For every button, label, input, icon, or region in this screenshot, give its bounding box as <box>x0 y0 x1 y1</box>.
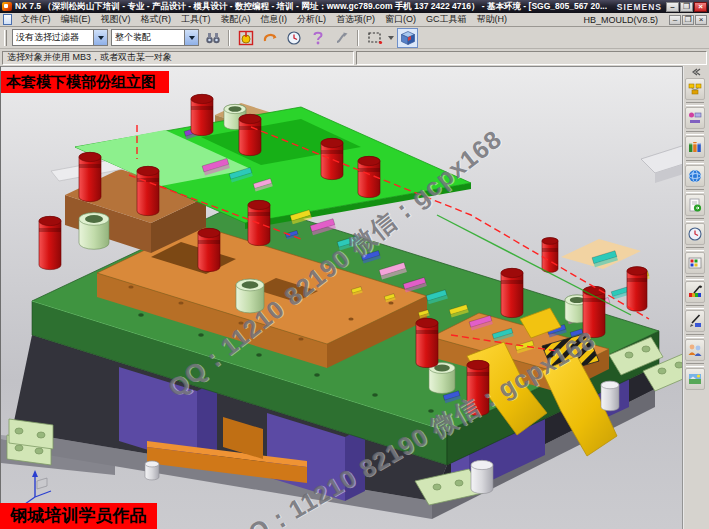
menu-item-1[interactable]: 文件(F) <box>16 12 56 27</box>
prompt-message: 选择对象并使用 MB3，或者双击某一对象 <box>2 51 354 65</box>
history-tab[interactable] <box>685 223 705 245</box>
selection-toolbar: 没有选择过滤器 整个装配 <box>0 27 709 49</box>
menu-item-9[interactable]: 首选项(P) <box>331 12 380 27</box>
scene-background-tab[interactable] <box>685 368 705 390</box>
assembly-navigator-tab[interactable] <box>685 78 705 100</box>
menu-item-8[interactable]: 分析(L) <box>292 12 331 27</box>
history-clock-icon[interactable] <box>283 28 304 48</box>
selection-filter-value: 没有选择过滤器 <box>16 31 93 44</box>
part-navigator-tab[interactable] <box>685 136 705 158</box>
nx-application-window: NX 7.5 （深圳松岗山下培训 - 专业 - 产品设计 - 模具设计 - 数控… <box>0 0 709 529</box>
find-icon[interactable] <box>202 28 223 48</box>
snap-point-icon[interactable] <box>235 28 256 48</box>
selection-scope-value: 整个装配 <box>115 31 184 44</box>
toolbar-grip[interactable] <box>4 30 7 46</box>
undo-icon[interactable] <box>259 28 280 48</box>
mold-assembly-model[interactable] <box>1 67 682 529</box>
graphics-viewport[interactable]: 本套模下模部份组立图 QQ：11210 82190 微信：gcpx168 QQ：… <box>0 66 682 529</box>
menu-item-10[interactable]: 窗口(O) <box>380 12 421 27</box>
palettes-tab[interactable] <box>685 252 705 274</box>
window-maximize-button[interactable]: ❐ <box>680 2 693 12</box>
nx-logo-icon <box>2 2 12 11</box>
menu-item-hb-mould[interactable]: HB_MOULD(V8.5) <box>578 14 663 26</box>
resource-bar <box>682 66 705 529</box>
roles-tab[interactable] <box>685 339 705 361</box>
mdi-minimize-button[interactable]: – <box>669 15 681 25</box>
training-credit-banner: 钢城培训学员作品 <box>0 503 157 529</box>
chevron-down-icon[interactable] <box>388 36 394 40</box>
visualization-tab[interactable] <box>685 310 705 332</box>
rectangle-select-icon[interactable] <box>364 28 385 48</box>
mdi-restore-button[interactable]: ❐ <box>682 15 694 25</box>
assembly-title-banner: 本套模下模部份组立图 <box>1 71 169 93</box>
menu-item-4[interactable]: 格式(R) <box>136 12 177 27</box>
menu-bar-items: 文件(F)编辑(E)视图(V)格式(R)工具(T)装配(A)信息(I)分析(L)… <box>16 12 512 27</box>
help-arrow-icon[interactable] <box>307 28 328 48</box>
chevron-down-icon[interactable] <box>184 30 198 45</box>
menu-item-6[interactable]: 装配(A) <box>216 12 256 27</box>
prompt-bar: 选择对象并使用 MB3，或者双击某一对象 <box>0 49 709 66</box>
window-close-button[interactable]: × <box>694 2 707 12</box>
materials-tab[interactable] <box>685 281 705 303</box>
menu-item-12[interactable]: 帮助(H) <box>472 12 513 27</box>
mdi-close-button[interactable]: × <box>695 15 707 25</box>
siemens-brand: SIEMENS <box>617 2 662 12</box>
menu-item-7[interactable]: 信息(I) <box>256 12 293 27</box>
wcs-triad[interactable] <box>25 470 51 504</box>
status-cell <box>356 51 708 65</box>
menu-bar: 文件(F)编辑(E)视图(V)格式(R)工具(T)装配(A)信息(I)分析(L)… <box>0 13 709 27</box>
knowledge-fusion-tab[interactable] <box>685 194 705 216</box>
collapse-chevron-icon[interactable] <box>686 67 704 77</box>
selection-filter-combo[interactable]: 没有选择过滤器 <box>12 29 108 46</box>
selection-scope-combo[interactable]: 整个装配 <box>111 29 199 46</box>
motion-arrow-icon[interactable] <box>331 28 352 48</box>
menu-item-5[interactable]: 工具(T) <box>176 12 216 27</box>
menu-item-3[interactable]: 视图(V) <box>96 12 136 27</box>
menu-item-2[interactable]: 编辑(E) <box>56 12 96 27</box>
chevron-down-icon[interactable] <box>93 30 107 45</box>
internet-browser-tab[interactable] <box>685 165 705 187</box>
window-minimize-button[interactable]: – <box>666 2 679 12</box>
constraint-navigator-tab[interactable] <box>685 107 705 129</box>
menu-item-11[interactable]: GC工具箱 <box>421 12 472 27</box>
part-file-icon <box>3 14 12 25</box>
view-cube-icon[interactable] <box>397 28 418 48</box>
window-title: NX 7.5 （深圳松岗山下培训 - 专业 - 产品设计 - 模具设计 - 数控… <box>15 1 607 13</box>
